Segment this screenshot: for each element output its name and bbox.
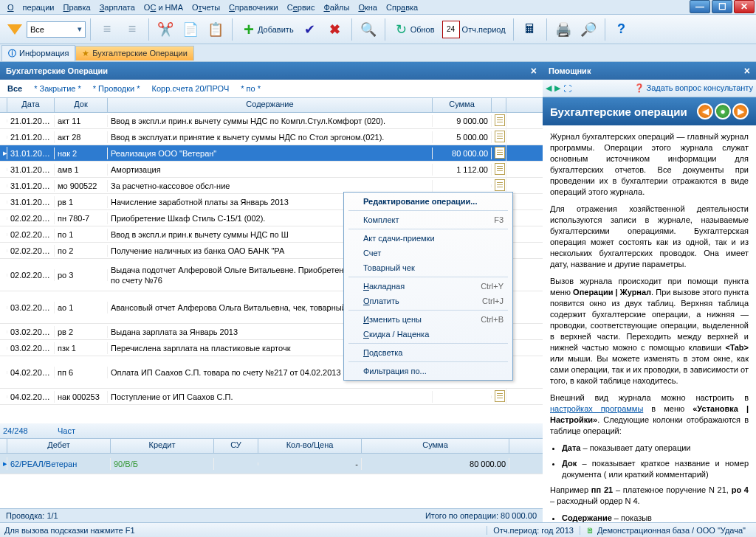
toolbar: Все▾ ≡ ≡ ✂️ 📄 📋 +Добавить ✔ ✖ 🔍 ↻Обнов 2…: [0, 15, 756, 44]
period-button[interactable]: 24 Отч.период: [439, 18, 509, 41]
col2-qty[interactable]: Кол-во/Цена: [258, 439, 362, 453]
grid-summary: 24/248 Част: [0, 423, 543, 438]
print-icon[interactable]: 🖨️: [551, 18, 575, 41]
tab-operations[interactable]: ★Бухгалтерские Операции: [75, 46, 194, 60]
help-prev[interactable]: ◀: [697, 103, 713, 119]
entry-qty: -: [258, 458, 362, 470]
table-row[interactable]: 21.01.2013акт 11Ввод в экспл.и прин.к вы…: [0, 113, 543, 129]
star-icon: ★: [82, 49, 89, 58]
table-row[interactable]: 31.01.2013амв 1Амортизация1 112.00: [0, 162, 543, 178]
menu-edit[interactable]: Правка: [58, 1, 94, 13]
help-icon[interactable]: ?: [610, 18, 633, 41]
menu-files[interactable]: Файлы: [319, 1, 354, 13]
ctx-item[interactable]: Скидка / Наценка: [346, 327, 511, 342]
col-doc[interactable]: Док: [55, 98, 108, 112]
menu-reports[interactable]: Отчеты: [188, 1, 224, 13]
help-body: Журнал бухгалтерских операций — главный …: [543, 125, 756, 522]
doc-icon[interactable]: [495, 147, 505, 159]
ask-question[interactable]: ❓ Задать вопрос консультанту: [634, 83, 753, 93]
table-row[interactable]: 21.01.2013акт 28Ввод в эксплуат.и принят…: [0, 129, 543, 145]
menu-help[interactable]: Справка: [382, 1, 422, 13]
col2-cred[interactable]: Кредит: [111, 439, 214, 453]
ctx-item[interactable]: НакладнаяCtrl+Y: [346, 279, 511, 294]
add-button[interactable]: +Добавить: [237, 18, 297, 41]
context-menu[interactable]: Редактирование операции...КомплектF3Акт …: [343, 192, 513, 381]
ctx-item[interactable]: Товарный чек: [346, 260, 511, 275]
help-link-settings[interactable]: настройках программы: [550, 404, 643, 413]
ctx-item[interactable]: Изменить ценыCtrl+B: [346, 312, 511, 327]
table-row[interactable]: 04.02.2013нак 000253Поступление от ИП Са…: [0, 389, 543, 405]
filter-row: Все * Закрытие * * Проводки * Корр.счета…: [0, 80, 543, 98]
table-row[interactable]: ▸31.01.2013нак 2Реализация ООО "Ветеран"…: [0, 145, 543, 162]
statusbar: Для вызова подсказки нажмите F1 Отч.пери…: [0, 522, 756, 537]
indent-right-icon[interactable]: ≡: [120, 18, 144, 41]
refresh-button[interactable]: ↻Обнов: [390, 18, 438, 41]
col-content[interactable]: Содержание: [108, 98, 433, 112]
search-icon[interactable]: 🔍: [357, 18, 380, 41]
info-icon: ⓘ: [8, 48, 16, 59]
pane-close[interactable]: ×: [531, 65, 537, 77]
ctx-item[interactable]: Акт сдачи-приемки: [346, 231, 511, 246]
grid2-header: Дебет Кредит СУ Кол-во/Цена Сумма: [0, 439, 543, 454]
filter-all[interactable]: Все: [4, 83, 25, 94]
helper-title: Помощник: [549, 66, 591, 75]
helper-pane: Помощник × ◀ ▶ ⛶ ❓ Задать вопрос консуль…: [543, 62, 756, 522]
col2-sum[interactable]: Сумма: [362, 439, 509, 453]
funnel-icon: [7, 24, 22, 35]
nav-fwd-icon[interactable]: ▶: [554, 83, 560, 93]
calculator-icon[interactable]: 🖩: [518, 18, 542, 41]
helper-close[interactable]: ×: [744, 65, 750, 77]
ctx-item[interactable]: Редактирование операции...: [346, 194, 511, 209]
menu-windows[interactable]: Окна: [354, 1, 382, 13]
entry-row[interactable]: ▸ 62/РЕАЛ/Ветеран 90/В/Б - 80 000.00: [0, 454, 543, 474]
filter-combo[interactable]: Все▾: [27, 21, 86, 38]
filter-korr[interactable]: Корр.счета 20/ПРОЧ: [149, 83, 233, 94]
tab-information[interactable]: ⓘИнформация: [1, 45, 75, 61]
paste-icon[interactable]: 📋: [204, 18, 227, 41]
doc-icon[interactable]: [495, 114, 505, 126]
menu-service[interactable]: Сервис: [283, 1, 320, 13]
menubar: Операции Правка Зарплата ОС и НМА Отчеты…: [0, 0, 756, 15]
pane-header: Бухгалтерские Операции ×: [0, 62, 543, 80]
delete-icon[interactable]: ✖: [323, 18, 347, 41]
help-title-bar: Бухгалтерские операции ◀ ● ▶: [543, 97, 756, 125]
status-hint: Для вызова подсказки нажмите F1: [4, 526, 135, 535]
window-minimize[interactable]: —: [690, 0, 710, 13]
col-date[interactable]: Дата: [7, 98, 55, 112]
ctx-item[interactable]: Фильтрация по...: [346, 364, 511, 378]
preview-icon[interactable]: 🔎: [577, 18, 600, 41]
filter-funnel[interactable]: [4, 18, 25, 41]
menu-operations[interactable]: Операции: [3, 1, 58, 13]
cut-icon[interactable]: ✂️: [154, 18, 177, 41]
ctx-item[interactable]: ОплатитьCtrl+J: [346, 294, 511, 308]
col2-su[interactable]: СУ: [214, 439, 258, 453]
window-maximize[interactable]: ☐: [712, 0, 732, 13]
filter-po[interactable]: * по *: [238, 83, 264, 94]
help-next[interactable]: ▶: [732, 103, 749, 119]
window-close[interactable]: ✕: [734, 0, 755, 13]
filter-prov[interactable]: * Проводки *: [90, 83, 143, 94]
filter-close[interactable]: * Закрытие *: [31, 83, 84, 94]
entry-sum: 80 000.00: [362, 458, 509, 470]
ctx-item[interactable]: Счет: [346, 246, 511, 260]
col2-deb[interactable]: Дебет: [7, 439, 111, 453]
ctx-item[interactable]: КомплектF3: [346, 212, 511, 227]
helper-header: Помощник ×: [543, 62, 756, 80]
doc-icon[interactable]: [495, 163, 505, 175]
entry-debit: 62/РЕАЛ/Ветеран: [7, 458, 111, 470]
doc-icon[interactable]: [495, 179, 505, 191]
menu-refs[interactable]: Справочники: [224, 1, 283, 13]
menu-salary[interactable]: Зарплата: [95, 1, 140, 13]
help-home[interactable]: ●: [715, 103, 731, 119]
check-icon[interactable]: ✔: [298, 18, 322, 41]
indent-left-icon[interactable]: ≡: [95, 18, 119, 41]
doc-icon[interactable]: [495, 131, 505, 142]
copy-icon[interactable]: 📄: [179, 18, 202, 41]
ctx-item[interactable]: Подсветка: [346, 345, 511, 360]
expand-icon[interactable]: ⛶: [563, 84, 571, 93]
menu-os[interactable]: ОС и НМА: [140, 1, 188, 13]
col-sum[interactable]: Сумма: [433, 98, 492, 112]
doc-icon[interactable]: [495, 390, 505, 402]
nav-back-icon[interactable]: ◀: [546, 83, 551, 93]
bottom-status: Проводка: 1/1 Итого по операции: 80 000.…: [0, 508, 543, 522]
